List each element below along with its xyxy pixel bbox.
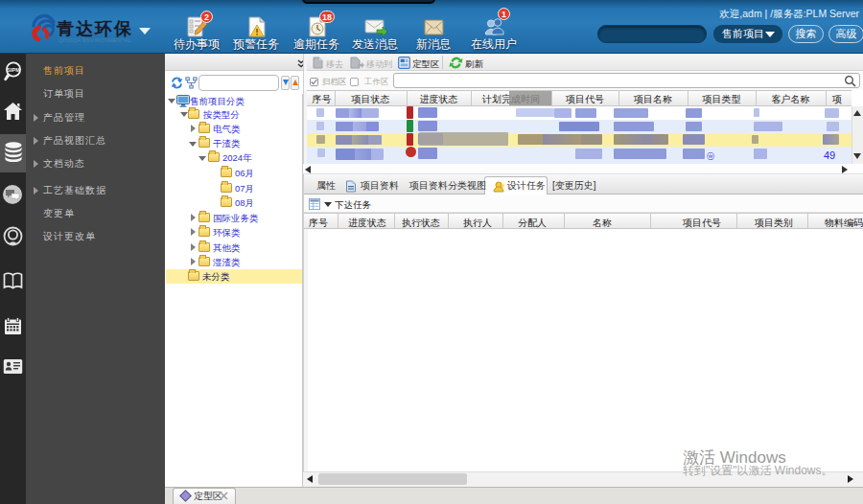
svg-text:SIPM: SIPM	[7, 67, 20, 73]
